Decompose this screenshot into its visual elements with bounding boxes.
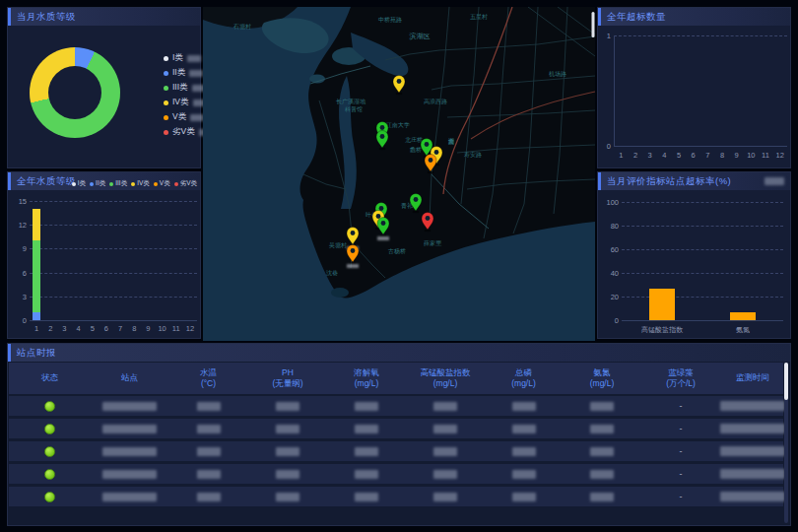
legend-item-II类[interactable]: II类 — [164, 68, 203, 78]
station-report-table-panel: 站点时报 状态站点水温(°C)PH(无量纲)溶解氧(mg/L)高锰酸盐指数(mg… — [7, 343, 791, 526]
cell-蓝绿藻: - — [641, 492, 720, 501]
legend-item-I类[interactable]: I类 — [164, 53, 201, 63]
map-label: 蠡桥 — [410, 146, 422, 153]
stacked-bar-segment-II类[interactable] — [33, 312, 40, 320]
cell-状态 — [9, 424, 91, 434]
cell-监测时间 — [720, 469, 785, 479]
cell-高锰酸盐指数 — [406, 470, 485, 479]
value-redacted — [276, 470, 299, 479]
algae-value: - — [680, 446, 683, 456]
y-tick-label: 100 — [606, 198, 619, 207]
stacked-bar-segment-III类[interactable] — [33, 240, 40, 312]
map-label: 古杨桥 — [388, 248, 406, 255]
monitor-time-redacted — [720, 469, 785, 479]
cell-溶解氧 — [327, 470, 406, 479]
gridline — [30, 225, 197, 226]
table-scrollbar-thumb[interactable] — [784, 363, 788, 400]
panel-title-monthly-quality: 当月水质等级 — [17, 11, 76, 24]
x-tick-label: 6 — [104, 324, 108, 333]
value-redacted — [276, 425, 299, 433]
map-panel[interactable]: 石塘村中桥苑路滨湖区五星村机场路高浪西路寿安路江南大学北庄桥蠡桥长广溪湿地科普馆… — [203, 7, 595, 341]
legend-dot — [164, 100, 168, 105]
map-label: 石塘村 — [233, 23, 251, 31]
monitor-time-redacted — [720, 446, 785, 456]
value-redacted — [355, 493, 378, 501]
map-label: 薛家里 — [424, 239, 442, 246]
cell-高锰酸盐指数 — [406, 493, 485, 501]
cell-水温 — [168, 470, 248, 479]
cell-站点 — [91, 470, 168, 479]
annual-exceed-chart[interactable]: 10123456789101112 — [598, 8, 790, 167]
cell-氨氮 — [563, 402, 641, 411]
legend-dot — [164, 86, 168, 91]
value-redacted — [197, 447, 221, 456]
gridline — [622, 202, 783, 203]
table-row[interactable]: - — [9, 419, 783, 438]
stacked-bar-segment-IV类[interactable] — [33, 209, 40, 240]
value-redacted — [433, 425, 457, 433]
cell-PH — [248, 493, 327, 501]
y-tick-label: 12 — [19, 221, 27, 230]
cell-水温 — [168, 493, 248, 501]
x-tick-label: 4 — [76, 324, 80, 333]
algae-value: - — [680, 424, 683, 433]
table-scrollbar-track[interactable] — [784, 363, 788, 523]
x-tick-label: 3 — [62, 324, 66, 333]
algae-value: - — [680, 401, 683, 411]
col-header-溶解氧: 溶解氧(mg/L) — [327, 367, 406, 390]
dashboard-root: 当月水质等级 I类II类III类IV类V类劣V类 全年水质等级 I类II类III… — [0, 0, 798, 532]
value-redacted — [276, 493, 299, 501]
map-label: 机场路 — [549, 71, 566, 78]
table-row[interactable]: - — [9, 396, 783, 416]
cell-氨氮 — [563, 447, 641, 456]
cell-站点 — [91, 493, 168, 501]
rate-bar-氨氮[interactable] — [730, 312, 756, 320]
y-tick-label: 80 — [611, 222, 619, 231]
gridline — [622, 273, 783, 274]
gridline — [30, 273, 197, 274]
cell-总磷 — [485, 470, 563, 479]
table-row[interactable]: - — [9, 441, 783, 461]
cell-高锰酸盐指数 — [406, 447, 485, 456]
value-redacted — [433, 493, 457, 501]
map-label: 长广溪湿地 — [336, 98, 366, 104]
x-tick-label: 8 — [132, 324, 136, 333]
cell-蓝绿藻: - — [641, 401, 720, 411]
annual-grade-stacked-chart[interactable]: 03691215123456789101112 — [8, 172, 200, 338]
table-row[interactable]: - — [9, 464, 783, 484]
legend-item-V类[interactable]: V类 — [164, 112, 204, 122]
value-redacted — [197, 425, 221, 433]
cell-状态 — [9, 469, 91, 480]
donut-hole — [48, 66, 101, 119]
pin-label-redacted — [347, 264, 359, 268]
gridline — [622, 226, 783, 227]
legend-item-III类[interactable]: III类 — [164, 83, 206, 93]
station-name-redacted — [102, 493, 157, 501]
legend-item-IV类[interactable]: IV类 — [164, 98, 207, 107]
y-tick-label: 6 — [23, 268, 27, 277]
map-scrollbar-thumb[interactable] — [592, 12, 595, 37]
value-redacted — [197, 493, 221, 501]
monthly-rate-chart[interactable]: 020406080100高锰酸盐指数氨氮 — [598, 172, 790, 338]
map-label: 北庄桥 — [405, 136, 423, 144]
x-tick-label: 4 — [662, 151, 666, 160]
cell-PH — [248, 470, 327, 479]
map-label: 寿安路 — [463, 151, 482, 159]
x-tick-label: 8 — [720, 151, 724, 160]
table-row[interactable]: - — [9, 487, 783, 506]
status-dot-normal — [44, 424, 55, 434]
x-category-label: 高锰酸盐指数 — [641, 325, 683, 335]
cell-状态 — [9, 446, 91, 457]
cell-站点 — [91, 447, 168, 456]
x-axis-line — [622, 320, 783, 321]
station-pin-orange[interactable] — [347, 245, 359, 269]
station-pin-green[interactable] — [377, 218, 389, 241]
status-dot-normal — [44, 446, 55, 457]
rate-bar-高锰酸盐指数[interactable] — [649, 289, 675, 320]
cell-氨氮 — [563, 470, 641, 479]
legend-value-redacted — [189, 70, 203, 77]
legend-label: V类 — [172, 111, 186, 123]
x-tick-label: 10 — [747, 151, 755, 160]
station-name-redacted — [102, 447, 157, 456]
gridline — [614, 35, 787, 36]
